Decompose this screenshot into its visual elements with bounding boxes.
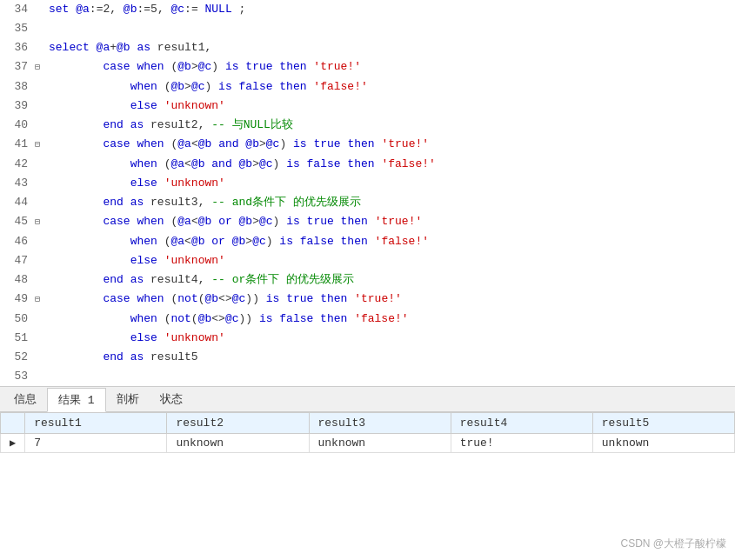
token-kw: is true then: [225, 60, 307, 73]
token-plain: (: [157, 312, 171, 325]
token-plain: [49, 196, 103, 209]
token-var: @b: [232, 235, 246, 248]
token-plain: [49, 273, 103, 286]
token-plain: (: [164, 292, 178, 305]
token-plain: [49, 292, 103, 305]
token-plain: :=: [137, 3, 150, 16]
token-var: @a: [177, 137, 191, 150]
token-plain: (: [191, 312, 198, 325]
column-header: result4: [451, 413, 592, 434]
token-kw: as: [130, 118, 144, 131]
fold-icon[interactable]: ⊟: [35, 290, 47, 310]
token-plain: )): [245, 292, 265, 305]
token-kw: is false then: [286, 157, 374, 170]
token-str: 'false!': [354, 312, 408, 325]
token-kw: is true then: [293, 137, 375, 150]
code-line: 47 else 'unknown': [0, 251, 735, 270]
token-var: @b: [191, 157, 205, 170]
tab-结果-1[interactable]: 结果 1: [47, 388, 106, 412]
code-line: 52 end as result5: [0, 348, 735, 367]
code-tokens: end as result3, -- and条件下 的优先级展示: [47, 193, 735, 212]
token-kw: when: [130, 157, 157, 170]
code-tokens: end as result2, -- 与NULL比较: [47, 116, 735, 135]
line-number: 51: [0, 329, 35, 348]
token-plain: ,: [110, 3, 124, 16]
results-table: result1result2result3result4result5 ▶7un…: [0, 412, 735, 453]
token-comment: -- and条件下 的优先级展示: [211, 196, 361, 209]
token-plain: [49, 331, 130, 344]
token-plain: [211, 137, 218, 150]
token-kw: as: [130, 350, 144, 363]
line-number: 44: [0, 193, 35, 212]
token-str: 'false!': [381, 157, 435, 170]
code-line: 38 when (@b>@c) is false then 'false!': [0, 77, 735, 97]
token-plain: <: [184, 157, 191, 170]
code-tokens: end as result4, -- or条件下 的优先级展示: [47, 270, 735, 290]
line-number: 46: [0, 232, 35, 251]
token-plain: [157, 331, 164, 344]
token-plain: [49, 350, 103, 363]
row-indicator-header: [1, 413, 25, 434]
token-kw: or: [218, 215, 232, 228]
fold-icon[interactable]: ⊟: [35, 136, 47, 155]
code-line: 42 when (@a<@b and @b>@c) is false then …: [0, 155, 735, 174]
token-plain: [124, 350, 130, 363]
token-kw: when: [130, 312, 157, 325]
token-str: 'unknown': [164, 99, 225, 112]
token-kw: or: [211, 235, 225, 248]
code-line: 35: [0, 19, 735, 38]
code-line: 34set @a:=2, @b:=5, @c:= NULL ;: [0, 0, 735, 19]
code-tokens: else 'unknown': [47, 251, 735, 270]
token-plain: [368, 215, 375, 228]
bottom-tabs: 信息结果 1剖析状态: [0, 386, 735, 412]
token-kw: else: [130, 99, 157, 112]
token-str: 'false!': [313, 80, 367, 93]
code-line: 46 when (@a<@b or @b>@c) is false then '…: [0, 232, 735, 251]
line-number: 53: [0, 367, 35, 386]
code-tokens: end as result5: [47, 348, 735, 367]
token-plain: <>: [218, 292, 232, 305]
token-kw: end: [103, 118, 123, 131]
line-number: 41: [0, 135, 35, 154]
code-tokens: case when (not(@b<>@c)) is true then 'tr…: [47, 290, 735, 309]
token-str: 'false!': [375, 235, 429, 248]
token-kw: is false then: [259, 312, 347, 325]
token-plain: [49, 215, 103, 228]
row-indicator: ▶: [1, 434, 25, 453]
tab-剖析[interactable]: 剖析: [106, 388, 150, 410]
table-cell: 7: [25, 434, 167, 453]
code-line: 39 else 'unknown': [0, 97, 735, 116]
token-plain: (: [164, 137, 178, 150]
token-kw: is false then: [218, 80, 306, 93]
results-area: result1result2result3result4result5 ▶7un…: [0, 412, 735, 453]
fold-icon[interactable]: ⊟: [35, 213, 47, 232]
token-var: @c: [252, 235, 266, 248]
line-number: 47: [0, 251, 35, 270]
token-kw: not: [170, 312, 190, 325]
tab-状态[interactable]: 状态: [150, 388, 193, 410]
token-kw: not: [177, 292, 197, 305]
token-kw: case: [103, 60, 130, 73]
code-line: 53: [0, 367, 735, 386]
token-plain: >: [245, 235, 252, 248]
token-plain: )): [239, 312, 259, 325]
token-kw: else: [130, 254, 157, 267]
watermark: CSDN @大橙子酸柠檬: [620, 537, 726, 551]
token-var: @a: [76, 3, 90, 16]
code-tokens: else 'unknown': [47, 329, 735, 348]
fold-icon[interactable]: ⊟: [35, 58, 47, 77]
token-plain: (: [164, 60, 178, 73]
token-var: @c: [232, 292, 246, 305]
line-number: 43: [0, 174, 35, 193]
code-editor: 34set @a:=2, @b:=5, @c:= NULL ;3536selec…: [0, 0, 735, 386]
token-var: @c: [259, 215, 273, 228]
token-plain: [49, 177, 130, 190]
token-kw: as: [130, 273, 144, 286]
column-header: result3: [309, 413, 451, 434]
table-row: ▶7unknownunknowntrue!unknown: [1, 434, 735, 453]
line-number: 40: [0, 116, 35, 135]
token-plain: [232, 215, 239, 228]
tab-信息[interactable]: 信息: [3, 388, 47, 410]
token-plain: [347, 292, 354, 305]
code-tokens: case when (@b>@c) is true then 'true!': [47, 57, 735, 77]
